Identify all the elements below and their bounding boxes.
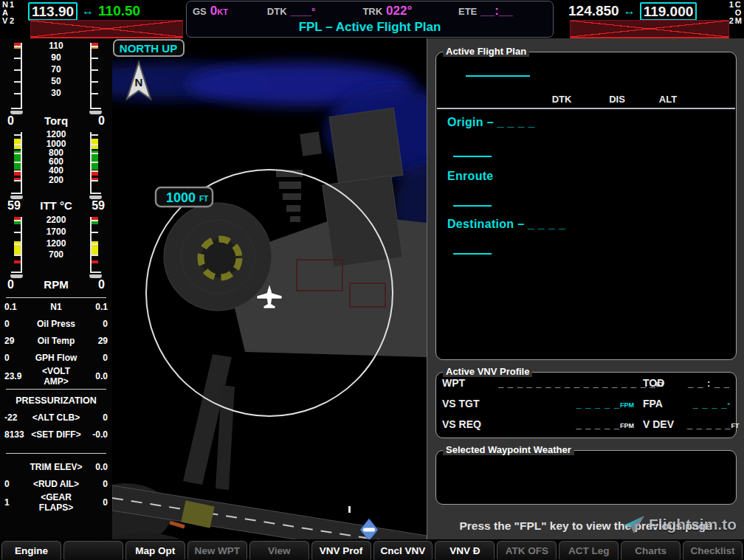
softkey-new-wpt[interactable]: New WPT (187, 541, 247, 560)
eis-row: TRIM ELEV>0.0 (0, 458, 112, 475)
vnv-value[interactable]: _ _ _ _ _FPM (498, 419, 634, 430)
com-label: 1C O 2M (729, 1, 742, 25)
nav-label: N1 A V2 (2, 1, 14, 25)
gauge-pointer-left (10, 274, 23, 278)
gauge-name: Torq (44, 114, 68, 127)
softkey-vnv-[interactable]: VNV Ð (435, 541, 495, 560)
vnv-label: VS TGT (442, 398, 498, 409)
nav1-standby-frequency[interactable]: 110.50 (98, 3, 140, 19)
gauge-left-value: 0 (7, 278, 14, 291)
softkey-map-opt[interactable]: Map Opt (125, 541, 185, 560)
eis-right-value: 0.0 (83, 371, 108, 381)
flight-plan-name-field[interactable] (466, 75, 530, 77)
gauge-bar-left-itt-c (10, 132, 22, 193)
enroute-waypoint-blank[interactable] (453, 205, 492, 207)
trk-label: TRK (362, 6, 382, 17)
gauge-pointer-right (89, 196, 102, 199)
gauge-torq: 110907050300Torq0 (0, 43, 112, 128)
softkey-cncl-vnv[interactable]: Cncl VNV (373, 541, 433, 560)
eis-row: 23.9<VOLT AMP>0.0 (0, 366, 112, 383)
gauge-tick-label: 30 (22, 88, 90, 98)
com-swap-icon[interactable]: ↔ (624, 4, 636, 18)
eis-divider (6, 453, 106, 454)
eis-readouts-3: TRIM ELEV>0.00<RUD AIL>01<GEAR FLAPS>0 (0, 458, 112, 509)
map-range-badge: 1000 FT (156, 187, 213, 207)
eis-right-value: 0 (83, 319, 108, 329)
origin-waypoint-blank[interactable] (453, 156, 492, 157)
eis-row: 29Oil Temp29 (0, 332, 112, 349)
eis-readouts-2: -22<ALT CLB>08133<SET DIFF>-0.0 (0, 409, 112, 443)
eis-left-value: 0 (4, 353, 30, 363)
column-dis: DIS (609, 94, 625, 105)
destination-field[interactable]: Destination – _ _ _ _ (447, 218, 565, 231)
gauge-pointer-left (10, 111, 23, 114)
nav-frequency-block: N1 A V2 113.90 ↔ 110.50 (0, 0, 185, 38)
eis-row: 0GPH Flow0 (0, 349, 112, 366)
eis-left-value: 1 (4, 497, 30, 508)
nav2-failed-indicator (30, 20, 183, 38)
softkey-atk-ofs[interactable]: ATK OFS (497, 541, 557, 560)
softkey-checklist[interactable]: Checklist (683, 541, 743, 560)
gauge-bar-right-rpm (90, 217, 102, 272)
com1-active-frequency[interactable]: 124.850 (568, 3, 619, 19)
vnv-label: V DEV (634, 418, 687, 430)
vnv-value[interactable]: _ _ _ _ _FT (687, 419, 740, 430)
destination-waypoint-blank[interactable] (453, 253, 492, 255)
gauge-tick-label: 1200 (22, 238, 90, 249)
softkey-view[interactable]: View (249, 541, 309, 560)
eis-left-value: 8133 (4, 429, 30, 440)
softkey-act-leg[interactable]: ACT Leg (559, 541, 619, 560)
softkey-engine[interactable]: Engine (1, 541, 61, 560)
gauge-tick-label: 1700 (22, 227, 90, 237)
eis-left-value: 0 (4, 319, 30, 329)
eis-readouts-1: 0.1N10.10Oil Press029Oil Temp290GPH Flow… (0, 298, 112, 383)
eis-right-value: 0 (83, 479, 108, 489)
eis-right-value: 29 (83, 336, 108, 346)
gauge-body-itt-c: 12001000800600400200 (0, 132, 112, 193)
eis-label: GPH Flow (30, 353, 83, 363)
svg-text:1000: 1000 (166, 190, 196, 205)
top-status-bar: N1 A V2 113.90 ↔ 110.50 GS0KT DTK___° TR… (0, 0, 744, 38)
origin-field[interactable]: Origin – _ _ _ _ (447, 116, 535, 129)
dtk-label: DTK (267, 6, 287, 17)
fpl-key-hint: Press the "FPL" key to view the previous… (427, 519, 744, 533)
eis-gauges: 110907050300Torq01200100080060040020059I… (0, 43, 112, 291)
gauge-pointer-right (89, 274, 102, 278)
vnv-value[interactable]: _ _ _ _° (687, 398, 730, 409)
column-alt: ALT (659, 94, 677, 105)
eis-right-value: 0 (83, 497, 108, 508)
vnv-value[interactable]: _ _ _ _ _FPM (498, 398, 634, 409)
com1-standby-frequency[interactable]: 119.000 (640, 2, 698, 21)
dtk-value: ___ (291, 4, 311, 18)
nav-swap-icon[interactable]: ↔ (82, 4, 94, 18)
gauge-tick-label: 2200 (22, 215, 90, 225)
vnv-row: VS REQ_ _ _ _ _FPMV DEV_ _ _ _ _FT (442, 418, 730, 435)
vnv-label: TOD (634, 377, 687, 389)
gauge-tick-label: 50 (22, 76, 90, 86)
com-frequency-block: 124.850 ↔ 119.000 1C O 2M (555, 0, 744, 38)
vnv-value[interactable]: _ _ : _ _ (687, 378, 730, 389)
column-dtk: DTK (552, 94, 572, 105)
softkey-charts[interactable]: Charts (621, 541, 681, 560)
gauge-scale-itt-c: 12001000800600400200 (22, 132, 90, 193)
eis-label: Oil Temp (30, 336, 83, 346)
eis-label: <GEAR FLAPS> (30, 492, 83, 513)
fpl-header-divider (437, 108, 735, 109)
runway-white-mark (348, 506, 351, 513)
svg-text:N: N (135, 76, 143, 89)
gauge-pointer-left (10, 196, 23, 199)
gauge-right-value: 0 (98, 114, 105, 128)
vnv-label: FPA (634, 398, 687, 409)
softkey-blank[interactable] (63, 541, 123, 560)
gauge-body-rpm: 220017001200700 (0, 217, 112, 272)
nav1-active-frequency[interactable]: 113.90 (28, 2, 78, 21)
gauge-left-value: 0 (7, 114, 14, 128)
gauge-bar-right-itt-c (90, 132, 102, 193)
eis-right-value: -0.0 (83, 429, 108, 440)
gauge-name: RPM (44, 278, 68, 291)
fpl-page-panel: Active Flight Plan DTK DIS ALT Origin – … (427, 38, 744, 539)
map-orientation-badge: NORTH UP (114, 40, 184, 56)
vnv-value[interactable]: _ _ _ _ _ _ _ _ _ _ _ _ _ _ _ _ _FT (498, 378, 634, 389)
softkey-vnv-prof[interactable]: VNV Prof (311, 541, 371, 560)
active-flight-plan-panel: Active Flight Plan DTK DIS ALT Origin – … (435, 52, 737, 360)
